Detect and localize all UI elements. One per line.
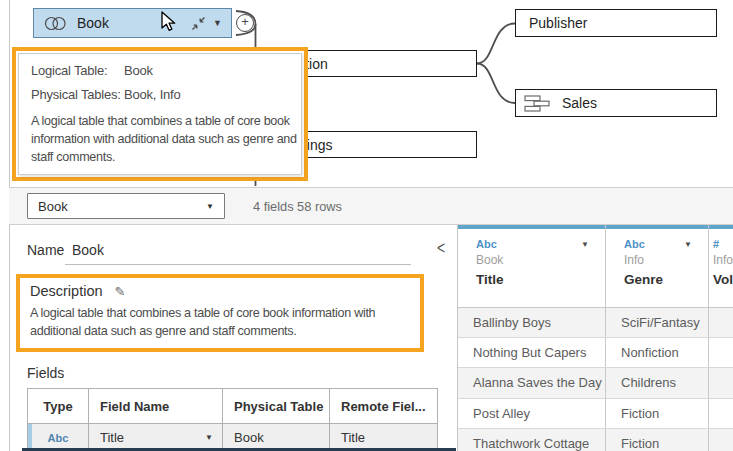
grid-header-row: Abc ▼ Book Title Abc ▼ Info bbox=[458, 225, 733, 308]
grid-cell bbox=[709, 429, 733, 451]
table-details-toolbar: Book ▼ 4 fields 58 rows bbox=[9, 187, 733, 225]
grid-data-row: Alanna Saves the Day Childrens bbox=[458, 368, 733, 398]
fields-rows-summary: 4 fields 58 rows bbox=[253, 188, 342, 224]
dropdown-caret-icon: ▼ bbox=[206, 202, 214, 211]
grid-data-row: Post Alley Fiction bbox=[458, 399, 733, 429]
column-table-name: Book bbox=[476, 253, 589, 267]
tooltip-logical-table-label: Logical Table: bbox=[31, 63, 124, 78]
field-name-cell[interactable]: Title ▼ bbox=[89, 424, 223, 451]
field-name-caret-icon[interactable]: ▼ bbox=[205, 433, 213, 442]
table-details-panel: Name Book < Description ✎ A logical tabl… bbox=[10, 225, 457, 451]
grid-cell: Ballinby Boys bbox=[458, 308, 606, 337]
data-preview-grid: Abc ▼ Book Title Abc ▼ Info bbox=[457, 225, 733, 451]
union-table-icon bbox=[524, 95, 552, 112]
fields-table-row[interactable]: Abc Title ▼ Book Title bbox=[28, 423, 437, 451]
column-field-name: Title bbox=[476, 272, 589, 287]
grid-cell: SciFi/Fantasy bbox=[606, 308, 709, 337]
grid-cell bbox=[709, 338, 733, 367]
field-remote-field-cell: Title bbox=[330, 424, 436, 451]
fields-table: Type Field Name Physical Table Remote Fi… bbox=[27, 388, 438, 451]
name-input[interactable]: Book bbox=[72, 242, 104, 258]
name-input-underline bbox=[65, 264, 411, 265]
grid-cell bbox=[709, 399, 733, 428]
column-type-icon: Abc bbox=[624, 238, 645, 250]
highlight-box-tooltip: Logical Table: Book Physical Tables: Boo… bbox=[12, 47, 308, 181]
field-name-value: Title bbox=[100, 430, 124, 445]
join-venn-icon bbox=[44, 15, 67, 32]
table-selector-value: Book bbox=[38, 199, 68, 214]
grid-cell bbox=[709, 368, 733, 397]
grid-cell bbox=[709, 308, 733, 337]
node-menu-caret-icon[interactable]: ▼ bbox=[213, 18, 222, 28]
grid-data-row: Ballinby Boys SciFi/Fantasy bbox=[458, 308, 733, 338]
column-table-name: Info bbox=[624, 253, 692, 267]
fields-header-type: Type bbox=[28, 389, 89, 423]
table-selector-dropdown[interactable]: Book ▼ bbox=[27, 193, 225, 219]
fields-header-field-name: Field Name bbox=[89, 389, 223, 423]
add-table-button[interactable]: + bbox=[236, 14, 254, 32]
description-text: A logical table that combines a table of… bbox=[30, 305, 422, 340]
grid-cell: Post Alley bbox=[458, 399, 606, 428]
column-field-name: Volume bbox=[713, 272, 733, 287]
column-menu-caret-icon[interactable]: ▼ bbox=[684, 240, 692, 249]
fields-header-physical-table: Physical Table bbox=[223, 389, 330, 423]
collapse-icon[interactable] bbox=[191, 16, 206, 31]
grid-cell: Childrens bbox=[606, 368, 709, 397]
relationship-canvas[interactable]: Edition Ratings Publisher Sales bbox=[0, 0, 733, 187]
tooltip-description: A logical table that combines a table of… bbox=[31, 113, 303, 167]
column-type-icon: Abc bbox=[476, 238, 497, 250]
selected-node-book[interactable]: Book ▼ bbox=[33, 8, 232, 38]
field-physical-table-cell: Book bbox=[223, 424, 330, 451]
column-menu-caret-icon[interactable]: ▼ bbox=[581, 240, 589, 249]
grid-cell: Fiction bbox=[606, 429, 709, 451]
node-publisher-label: Publisher bbox=[529, 15, 587, 31]
mouse-cursor bbox=[160, 11, 182, 33]
edit-description-pencil-icon[interactable]: ✎ bbox=[115, 284, 126, 299]
node-publisher[interactable]: Publisher bbox=[515, 9, 717, 37]
tooltip-physical-tables-value: Book, Info bbox=[124, 87, 181, 102]
table-tooltip: Logical Table: Book Physical Tables: Boo… bbox=[18, 53, 302, 175]
grid-cell: Fiction bbox=[606, 399, 709, 428]
fields-section-label: Fields bbox=[27, 365, 64, 381]
grid-cell: Alanna Saves the Day bbox=[458, 368, 606, 397]
grid-data-row: Thatchwork Cottage Fiction bbox=[458, 429, 733, 451]
grid-cell: Nothing But Capers bbox=[458, 338, 606, 367]
grid-data-row: Nothing But Capers Nonfiction bbox=[458, 338, 733, 368]
grid-column-header-genre[interactable]: Abc ▼ Info Genre bbox=[606, 225, 709, 308]
field-type-icon: Abc bbox=[28, 424, 89, 451]
grid-cell: Nonfiction bbox=[606, 338, 709, 367]
grid-column-header-title[interactable]: Abc ▼ Book Title bbox=[458, 225, 606, 308]
tableau-data-model-window: Edition Ratings Publisher Sales bbox=[0, 0, 733, 451]
collapse-panel-chevron-icon[interactable]: < bbox=[437, 237, 445, 258]
fields-header-remote-field: Remote Fiel... bbox=[330, 389, 436, 423]
node-sales[interactable]: Sales bbox=[515, 89, 717, 117]
name-label: Name bbox=[27, 242, 64, 258]
column-field-name: Genre bbox=[624, 272, 692, 287]
tooltip-logical-table-value: Book bbox=[124, 63, 153, 78]
highlight-box-description: Description ✎ A logical table that combi… bbox=[16, 274, 424, 352]
tooltip-physical-tables-label: Physical Tables: bbox=[31, 87, 124, 102]
description-label: Description bbox=[30, 283, 103, 299]
column-table-name: Info bbox=[713, 253, 733, 267]
grid-column-header-volume[interactable]: # Info Volume bbox=[709, 225, 733, 308]
column-type-icon: # bbox=[713, 238, 719, 250]
fields-table-header: Type Field Name Physical Table Remote Fi… bbox=[28, 389, 437, 423]
grid-cell: Thatchwork Cottage bbox=[458, 429, 606, 451]
node-sales-label: Sales bbox=[562, 95, 597, 111]
